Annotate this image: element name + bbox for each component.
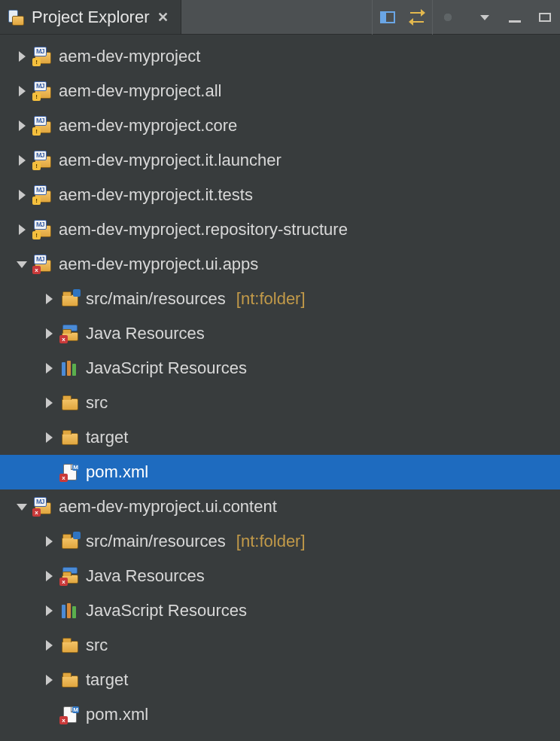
- tree-row[interactable]: aem-dev-myproject.repository-structure: [0, 212, 560, 247]
- maven-project-icon: [33, 117, 53, 135]
- sync-icon: [409, 11, 425, 24]
- tree-row[interactable]: Java Resources: [0, 316, 560, 351]
- folder-icon: [60, 636, 80, 654]
- twisty-closed-icon[interactable]: [44, 294, 54, 304]
- tree-row[interactable]: target: [0, 663, 560, 697]
- java-resources-icon: [60, 567, 80, 585]
- twisty-closed-icon[interactable]: [44, 432, 54, 443]
- tree-label: aem-dev-myproject.core: [59, 116, 237, 136]
- filters-button[interactable]: [432, 0, 462, 35]
- javascript-resources-icon: [60, 602, 80, 620]
- minimize-button[interactable]: [500, 0, 530, 35]
- maven-project-icon: [33, 255, 53, 273]
- tree-label: src: [86, 393, 108, 413]
- tree-label: JavaScript Resources: [86, 601, 247, 621]
- maven-project-icon: [33, 47, 53, 66]
- tree-label: Java Resources: [86, 324, 205, 343]
- tree-row[interactable]: aem-dev-myproject.all: [0, 74, 560, 108]
- tree-row[interactable]: aem-dev-myproject.core: [0, 108, 560, 143]
- tree-decorator: [nt:folder]: [236, 532, 306, 551]
- view-tabbar: Project Explorer ✕: [0, 0, 560, 35]
- tree-label: aem-dev-myproject.ui.content: [59, 497, 277, 517]
- tree-row[interactable]: aem-dev-myproject.it.tests: [0, 178, 560, 212]
- tree-label: aem-dev-myproject.all: [59, 81, 221, 101]
- project-tree[interactable]: aem-dev-myprojectaem-dev-myproject.allae…: [0, 35, 560, 732]
- twisty-open-icon[interactable]: [17, 502, 27, 512]
- folder-icon: [60, 671, 80, 689]
- twisty-closed-icon[interactable]: [44, 571, 54, 581]
- twisty-closed-icon[interactable]: [17, 224, 27, 235]
- twisty-closed-icon[interactable]: [44, 640, 54, 651]
- tree-row[interactable]: JavaScript Resources: [0, 351, 560, 386]
- twisty-closed-icon[interactable]: [17, 155, 27, 166]
- chevron-down-icon: [480, 15, 489, 20]
- maven-project-icon: [33, 498, 53, 516]
- javascript-resources-icon: [60, 359, 80, 377]
- tree-row[interactable]: aem-dev-myproject.ui.content: [0, 489, 560, 524]
- pin-icon[interactable]: ✕: [157, 9, 169, 26]
- link-with-editor-button[interactable]: [402, 0, 432, 35]
- twisty-closed-icon[interactable]: [44, 605, 54, 616]
- tree-row[interactable]: aem-dev-myproject.ui.apps: [0, 247, 560, 282]
- tree-row[interactable]: target: [0, 420, 560, 455]
- tree-label: aem-dev-myproject.ui.apps: [59, 255, 258, 274]
- minimize-icon: [509, 20, 521, 23]
- twisty-closed-icon[interactable]: [44, 328, 54, 339]
- tree-row[interactable]: src: [0, 386, 560, 420]
- tree-row[interactable]: Java Resources: [0, 559, 560, 593]
- folder-icon: [60, 394, 80, 412]
- maven-project-icon: [33, 82, 53, 100]
- twisty-closed-icon[interactable]: [17, 190, 27, 200]
- tree-label: src/main/resources: [86, 289, 226, 309]
- tree-row[interactable]: src: [0, 628, 560, 663]
- resource-folder-icon: [60, 290, 80, 308]
- twisty-open-icon[interactable]: [17, 259, 27, 270]
- tree-label: aem-dev-myproject.it.launcher: [59, 151, 282, 170]
- twisty-closed-icon[interactable]: [17, 120, 27, 131]
- collapse-all-button[interactable]: [372, 0, 402, 35]
- twisty-closed-icon[interactable]: [17, 51, 27, 62]
- tree-row[interactable]: aem-dev-myproject: [0, 39, 560, 74]
- maven-project-icon: [33, 186, 53, 204]
- filter-icon: [441, 11, 455, 24]
- twisty-closed-icon[interactable]: [17, 86, 27, 96]
- layout-icon: [380, 11, 395, 23]
- project-explorer-icon: [8, 9, 24, 26]
- tree-label: target: [86, 428, 128, 447]
- tree-row[interactable]: pom.xml: [0, 455, 560, 489]
- twisty-closed-icon[interactable]: [44, 675, 54, 685]
- java-resources-icon: [60, 325, 80, 343]
- tree-label: JavaScript Resources: [86, 358, 247, 378]
- maximize-button[interactable]: [530, 0, 560, 35]
- twisty-closed-icon[interactable]: [44, 398, 54, 408]
- tree-row[interactable]: aem-dev-myproject.it.launcher: [0, 143, 560, 178]
- folder-icon: [60, 428, 80, 447]
- tree-row[interactable]: src/main/resources[nt:folder]: [0, 282, 560, 316]
- tree-row[interactable]: JavaScript Resources: [0, 593, 560, 628]
- tab-title: Project Explorer: [32, 8, 150, 27]
- tree-label: pom.xml: [86, 705, 148, 724]
- tree-label: aem-dev-myproject.it.tests: [59, 185, 253, 205]
- tree-label: src: [86, 636, 108, 655]
- xml-file-icon: [60, 463, 80, 481]
- view-menu-button[interactable]: [470, 0, 500, 35]
- tree-label: aem-dev-myproject: [59, 47, 200, 66]
- maven-project-icon: [33, 221, 53, 239]
- resource-folder-icon: [60, 532, 80, 550]
- twisty-none: [44, 467, 54, 477]
- tree-label: target: [86, 670, 128, 690]
- tree-decorator: [nt:folder]: [236, 289, 306, 309]
- twisty-closed-icon[interactable]: [44, 363, 54, 374]
- tree-label: pom.xml: [86, 462, 148, 482]
- twisty-none: [44, 709, 54, 720]
- tree-row[interactable]: pom.xml: [0, 697, 560, 732]
- tree-row[interactable]: src/main/resources[nt:folder]: [0, 524, 560, 559]
- twisty-closed-icon[interactable]: [44, 536, 54, 547]
- tree-label: src/main/resources: [86, 532, 226, 551]
- xml-file-icon: [60, 706, 80, 724]
- tree-label: aem-dev-myproject.repository-structure: [59, 220, 348, 239]
- maven-project-icon: [33, 151, 53, 169]
- project-explorer-tab[interactable]: Project Explorer ✕: [0, 0, 181, 34]
- tree-label: Java Resources: [86, 566, 205, 586]
- maximize-icon: [539, 13, 551, 22]
